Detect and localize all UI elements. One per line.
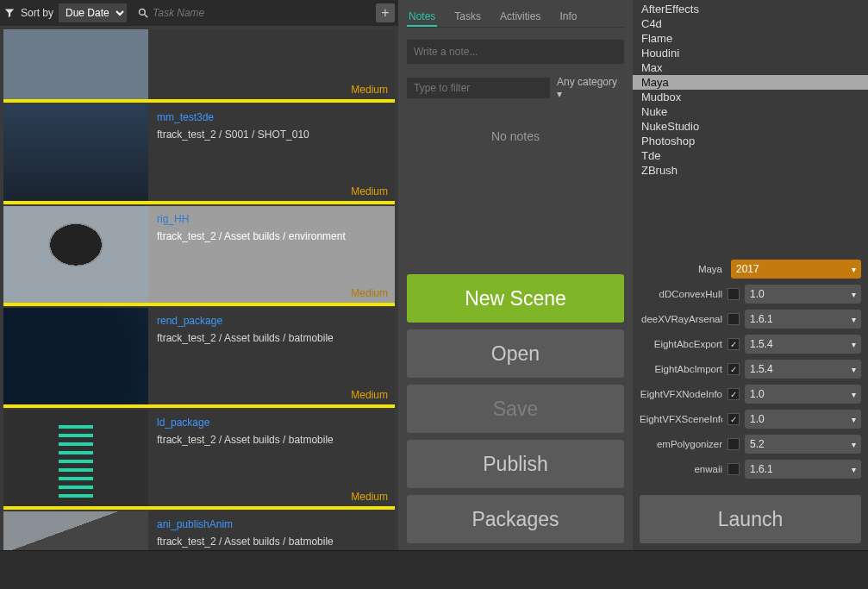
app-item-aftereffects[interactable]: AfterEffects bbox=[633, 2, 868, 16]
plugin-checkbox[interactable] bbox=[727, 463, 740, 475]
plugin-name: deeXVRayArsenal bbox=[640, 314, 722, 324]
task-info: rend_packageftrack_test_2 / Asset builds… bbox=[148, 308, 395, 404]
task-row[interactable]: mm_test3deftrack_test_2 / S001 / SHOT_01… bbox=[3, 104, 395, 204]
plugin-version-dropdown[interactable]: 1.0▾ bbox=[745, 410, 861, 429]
task-title: rend_package bbox=[157, 315, 386, 327]
plugin-version-value: 1.6.1 bbox=[750, 463, 773, 475]
task-thumbnail bbox=[3, 511, 148, 550]
plugin-checkbox[interactable]: ✓ bbox=[727, 413, 740, 425]
plugin-row: emPolygonizer5.2▾ bbox=[640, 433, 861, 455]
sort-by-label: Sort by bbox=[21, 7, 53, 19]
app-item-nuke[interactable]: Nuke bbox=[633, 104, 868, 119]
plugin-version-value: 1.5.4 bbox=[750, 363, 773, 375]
save-button[interactable]: Save bbox=[407, 385, 624, 433]
task-path: ftrack_test_2 / Asset builds / batmobile bbox=[157, 434, 386, 446]
task-title: mm_test3de bbox=[157, 111, 386, 123]
plugin-version-dropdown[interactable]: 1.0▾ bbox=[745, 285, 861, 304]
plugin-checkbox[interactable]: ✓ bbox=[727, 388, 740, 400]
plugin-row: deeXVRayArsenal1.6.1▾ bbox=[640, 308, 861, 330]
plugin-version-value: 1.0 bbox=[750, 388, 765, 400]
tab-activities[interactable]: Activities bbox=[498, 7, 542, 27]
chevron-down-icon: ▾ bbox=[852, 390, 856, 399]
app-item-nukestudio[interactable]: NukeStudio bbox=[633, 119, 868, 134]
tab-info[interactable]: Info bbox=[558, 7, 578, 27]
app-item-maya[interactable]: Maya bbox=[633, 75, 868, 90]
task-priority: Medium bbox=[351, 491, 388, 503]
app-version-dropdown[interactable]: 2017 ▾ bbox=[731, 260, 861, 279]
sort-dropdown[interactable]: Due Date bbox=[59, 3, 127, 22]
task-info: mm_test3deftrack_test_2 / S001 / SHOT_01… bbox=[148, 104, 395, 201]
task-thumbnail bbox=[3, 206, 148, 303]
plugin-version-dropdown[interactable]: 1.6.1▾ bbox=[745, 460, 861, 479]
app-item-flame[interactable]: Flame bbox=[633, 31, 868, 46]
app-list[interactable]: AfterEffectsC4dFlameHoudiniMaxMayaMudbox… bbox=[633, 0, 868, 253]
app-item-houdini[interactable]: Houdini bbox=[633, 46, 868, 60]
tab-tasks[interactable]: Tasks bbox=[453, 7, 483, 27]
plugin-version-dropdown[interactable]: 1.5.4▾ bbox=[745, 360, 861, 379]
chevron-down-icon: ▾ bbox=[852, 365, 856, 374]
plugin-version-dropdown[interactable]: 1.6.1▾ bbox=[745, 310, 861, 329]
app-item-zbrush[interactable]: ZBrush bbox=[633, 163, 868, 178]
plugin-version-dropdown[interactable]: 1.5.4▾ bbox=[745, 335, 861, 354]
task-row[interactable]: ld_packageftrack_test_2 / Asset builds /… bbox=[3, 410, 395, 510]
app-item-photoshop[interactable]: Photoshop bbox=[633, 134, 868, 148]
details-panel: NotesTasksActivitiesInfo Any category ▾ … bbox=[398, 0, 633, 550]
filter-icon[interactable] bbox=[3, 7, 16, 19]
task-info: rig_HHftrack_test_2 / Asset builds / env… bbox=[148, 206, 395, 303]
chevron-down-icon: ▾ bbox=[852, 265, 856, 274]
note-filter-input[interactable] bbox=[407, 78, 550, 98]
app-item-tde[interactable]: Tde bbox=[633, 148, 868, 163]
open-button[interactable]: Open bbox=[407, 329, 624, 378]
app-item-c4d[interactable]: C4d bbox=[633, 16, 868, 31]
task-thumbnail bbox=[3, 308, 148, 404]
task-info: ani_publishAnimftrack_test_2 / Asset bui… bbox=[148, 511, 395, 550]
task-info: ld_packageftrack_test_2 / Asset builds /… bbox=[148, 410, 395, 506]
plugin-row: EightAbcImport✓1.5.4▾ bbox=[640, 358, 861, 380]
task-thumbnail bbox=[3, 104, 148, 201]
task-row[interactable]: rend_packageftrack_test_2 / Asset builds… bbox=[3, 308, 395, 408]
plugin-name: EightAbcExport bbox=[640, 339, 722, 349]
category-dropdown[interactable]: Any category ▾ bbox=[557, 76, 624, 100]
plugin-name: dDConvexHull bbox=[640, 289, 722, 299]
task-thumbnail bbox=[3, 29, 148, 99]
plugin-version-dropdown[interactable]: 5.2▾ bbox=[745, 435, 861, 454]
svg-line-1 bbox=[145, 15, 148, 18]
plugin-checkbox[interactable]: ✓ bbox=[727, 363, 740, 375]
task-path: ftrack_test_2 / Asset builds / batmobile bbox=[157, 332, 386, 344]
plugin-version-value: 5.2 bbox=[750, 438, 765, 450]
search-icon bbox=[137, 7, 149, 19]
task-toolbar: Sort by Due Date + bbox=[0, 0, 398, 26]
plugin-area: Maya 2017 ▾ dDConvexHull1.0▾deeXVRayArse… bbox=[633, 253, 868, 488]
task-list[interactable]: Mediummm_test3deftrack_test_2 / S001 / S… bbox=[0, 26, 398, 550]
task-path: ftrack_test_2 / Asset builds / environme… bbox=[157, 230, 386, 242]
plugin-checkbox[interactable] bbox=[727, 288, 740, 300]
category-label: Any category bbox=[557, 76, 617, 88]
tab-notes[interactable]: Notes bbox=[407, 7, 437, 27]
plugin-checkbox[interactable]: ✓ bbox=[727, 338, 740, 350]
app-item-mudbox[interactable]: Mudbox bbox=[633, 90, 868, 104]
packages-button[interactable]: Packages bbox=[407, 495, 624, 543]
launch-button[interactable]: Launch bbox=[640, 495, 861, 543]
note-input[interactable] bbox=[407, 40, 624, 64]
add-button[interactable]: + bbox=[376, 3, 395, 22]
task-row[interactable]: ani_publishAnimftrack_test_2 / Asset bui… bbox=[3, 511, 395, 550]
task-row[interactable]: Medium bbox=[3, 29, 395, 103]
task-priority: Medium bbox=[351, 84, 388, 96]
no-notes-label: No notes bbox=[407, 129, 624, 143]
app-item-max[interactable]: Max bbox=[633, 60, 868, 75]
search-wrap bbox=[132, 7, 371, 19]
task-title: rig_HH bbox=[157, 213, 386, 225]
plugin-checkbox[interactable] bbox=[727, 438, 740, 450]
plugin-version-dropdown[interactable]: 1.0▾ bbox=[745, 385, 861, 404]
plugin-version-value: 1.0 bbox=[750, 413, 765, 425]
new-scene-button[interactable]: New Scene bbox=[407, 274, 624, 323]
plugin-row: EightVFXNodeInfo✓1.0▾ bbox=[640, 383, 861, 405]
plugin-name: EightVFXNodeInfo bbox=[640, 389, 722, 399]
task-title: ld_package bbox=[157, 417, 386, 429]
search-input[interactable] bbox=[153, 7, 371, 19]
publish-button[interactable]: Publish bbox=[407, 440, 624, 488]
task-priority: Medium bbox=[351, 287, 388, 299]
task-title: ani_publishAnim bbox=[157, 518, 386, 530]
task-row[interactable]: rig_HHftrack_test_2 / Asset builds / env… bbox=[3, 206, 395, 306]
plugin-checkbox[interactable] bbox=[727, 313, 740, 325]
